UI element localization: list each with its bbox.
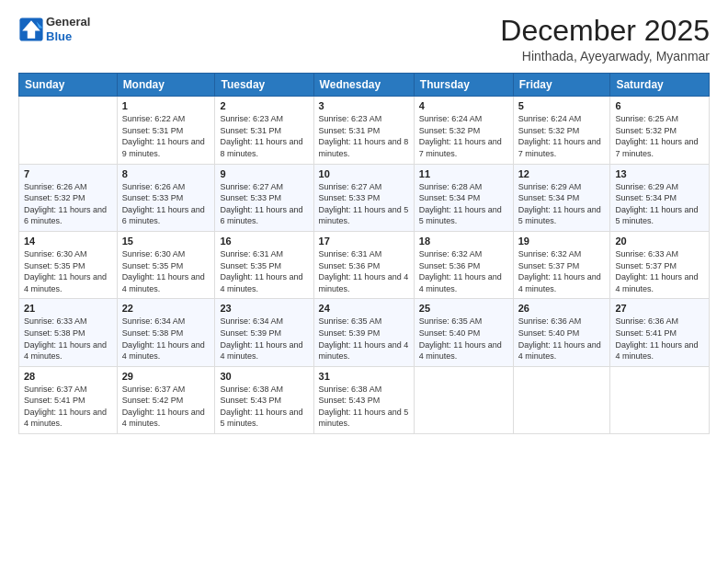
day-cell: 13Sunrise: 6:29 AMSunset: 5:34 PMDayligh… — [610, 164, 710, 231]
day-number: 23 — [220, 303, 308, 314]
day-cell: 19Sunrise: 6:32 AMSunset: 5:37 PMDayligh… — [513, 231, 610, 298]
day-info: Sunrise: 6:38 AMSunset: 5:43 PMDaylight:… — [220, 384, 308, 430]
day-cell: 21Sunrise: 6:33 AMSunset: 5:38 PMDayligh… — [19, 299, 118, 366]
day-number: 7 — [24, 168, 112, 179]
day-number: 3 — [319, 100, 409, 111]
day-cell: 11Sunrise: 6:28 AMSunset: 5:34 PMDayligh… — [414, 164, 513, 231]
day-number: 2 — [220, 100, 308, 111]
day-cell: 8Sunrise: 6:26 AMSunset: 5:33 PMDaylight… — [117, 164, 215, 231]
day-number: 8 — [122, 168, 210, 179]
day-number: 11 — [419, 168, 508, 179]
day-info: Sunrise: 6:28 AMSunset: 5:34 PMDaylight:… — [419, 181, 508, 227]
day-number: 12 — [518, 168, 606, 179]
title-block: December 2025 Hinthada, Ayeyarwady, Myan… — [500, 15, 710, 63]
col-header-thursday: Thursday — [414, 74, 513, 97]
day-info: Sunrise: 6:33 AMSunset: 5:38 PMDaylight:… — [24, 316, 112, 362]
col-header-saturday: Saturday — [610, 74, 710, 97]
calendar: SundayMondayTuesdayWednesdayThursdayFrid… — [18, 73, 710, 434]
day-cell: 20Sunrise: 6:33 AMSunset: 5:37 PMDayligh… — [610, 231, 710, 298]
day-info: Sunrise: 6:26 AMSunset: 5:32 PMDaylight:… — [24, 181, 112, 227]
day-info: Sunrise: 6:22 AMSunset: 5:31 PMDaylight:… — [122, 113, 210, 159]
day-number: 30 — [220, 371, 308, 382]
day-number: 24 — [319, 303, 409, 314]
day-info: Sunrise: 6:31 AMSunset: 5:36 PMDaylight:… — [319, 248, 409, 294]
page: General Blue December 2025 Hinthada, Aye… — [0, 0, 728, 563]
day-number: 15 — [122, 236, 210, 247]
day-cell: 7Sunrise: 6:26 AMSunset: 5:32 PMDaylight… — [19, 164, 118, 231]
day-info: Sunrise: 6:30 AMSunset: 5:35 PMDaylight:… — [122, 248, 210, 294]
day-number: 16 — [220, 236, 308, 247]
day-info: Sunrise: 6:23 AMSunset: 5:31 PMDaylight:… — [220, 113, 308, 159]
day-cell: 18Sunrise: 6:32 AMSunset: 5:36 PMDayligh… — [414, 231, 513, 298]
day-cell: 6Sunrise: 6:25 AMSunset: 5:32 PMDaylight… — [610, 97, 710, 164]
day-cell: 14Sunrise: 6:30 AMSunset: 5:35 PMDayligh… — [19, 231, 118, 298]
day-info: Sunrise: 6:25 AMSunset: 5:32 PMDaylight:… — [615, 113, 704, 159]
week-row-2: 7Sunrise: 6:26 AMSunset: 5:32 PMDaylight… — [19, 164, 710, 231]
day-cell: 26Sunrise: 6:36 AMSunset: 5:40 PMDayligh… — [513, 299, 610, 366]
day-cell: 1Sunrise: 6:22 AMSunset: 5:31 PMDaylight… — [117, 97, 215, 164]
day-info: Sunrise: 6:24 AMSunset: 5:32 PMDaylight:… — [518, 113, 606, 159]
day-cell: 25Sunrise: 6:35 AMSunset: 5:40 PMDayligh… — [414, 299, 513, 366]
week-row-3: 14Sunrise: 6:30 AMSunset: 5:35 PMDayligh… — [19, 231, 710, 298]
logo-line1: General — [46, 15, 90, 29]
day-info: Sunrise: 6:31 AMSunset: 5:35 PMDaylight:… — [220, 248, 308, 294]
day-info: Sunrise: 6:36 AMSunset: 5:40 PMDaylight:… — [518, 316, 606, 362]
day-cell: 30Sunrise: 6:38 AMSunset: 5:43 PMDayligh… — [215, 366, 313, 433]
col-header-sunday: Sunday — [19, 74, 118, 97]
day-info: Sunrise: 6:30 AMSunset: 5:35 PMDaylight:… — [24, 248, 112, 294]
day-info: Sunrise: 6:38 AMSunset: 5:43 PMDaylight:… — [319, 384, 409, 430]
day-number: 6 — [615, 100, 704, 111]
logo-text: General Blue — [46, 15, 90, 43]
day-cell: 24Sunrise: 6:35 AMSunset: 5:39 PMDayligh… — [313, 299, 414, 366]
day-cell — [610, 366, 710, 433]
day-number: 14 — [24, 236, 112, 247]
header: General Blue December 2025 Hinthada, Aye… — [18, 15, 710, 63]
day-number: 10 — [319, 168, 409, 179]
week-row-4: 21Sunrise: 6:33 AMSunset: 5:38 PMDayligh… — [19, 299, 710, 366]
header-row: SundayMondayTuesdayWednesdayThursdayFrid… — [19, 74, 710, 97]
day-number: 28 — [24, 371, 112, 382]
day-info: Sunrise: 6:29 AMSunset: 5:34 PMDaylight:… — [615, 181, 704, 227]
subtitle: Hinthada, Ayeyarwady, Myanmar — [500, 49, 710, 63]
logo: General Blue — [18, 15, 90, 43]
day-info: Sunrise: 6:37 AMSunset: 5:42 PMDaylight:… — [122, 384, 210, 430]
logo-line2: Blue — [46, 29, 90, 44]
day-cell — [414, 366, 513, 433]
day-cell: 2Sunrise: 6:23 AMSunset: 5:31 PMDaylight… — [215, 97, 313, 164]
day-cell — [513, 366, 610, 433]
day-number: 9 — [220, 168, 308, 179]
day-number: 18 — [419, 236, 508, 247]
day-info: Sunrise: 6:35 AMSunset: 5:40 PMDaylight:… — [419, 316, 508, 362]
day-number: 25 — [419, 303, 508, 314]
day-number: 21 — [24, 303, 112, 314]
day-number: 4 — [419, 100, 508, 111]
col-header-friday: Friday — [513, 74, 610, 97]
day-cell: 3Sunrise: 6:23 AMSunset: 5:31 PMDaylight… — [313, 97, 414, 164]
day-info: Sunrise: 6:23 AMSunset: 5:31 PMDaylight:… — [319, 113, 409, 159]
day-cell: 28Sunrise: 6:37 AMSunset: 5:41 PMDayligh… — [19, 366, 118, 433]
day-info: Sunrise: 6:33 AMSunset: 5:37 PMDaylight:… — [615, 248, 704, 294]
day-cell: 12Sunrise: 6:29 AMSunset: 5:34 PMDayligh… — [513, 164, 610, 231]
day-number: 26 — [518, 303, 606, 314]
day-cell: 4Sunrise: 6:24 AMSunset: 5:32 PMDaylight… — [414, 97, 513, 164]
day-cell: 10Sunrise: 6:27 AMSunset: 5:33 PMDayligh… — [313, 164, 414, 231]
day-cell: 15Sunrise: 6:30 AMSunset: 5:35 PMDayligh… — [117, 231, 215, 298]
day-cell: 27Sunrise: 6:36 AMSunset: 5:41 PMDayligh… — [610, 299, 710, 366]
day-number: 5 — [518, 100, 606, 111]
day-info: Sunrise: 6:34 AMSunset: 5:38 PMDaylight:… — [122, 316, 210, 362]
day-cell: 17Sunrise: 6:31 AMSunset: 5:36 PMDayligh… — [313, 231, 414, 298]
day-number: 31 — [319, 371, 409, 382]
day-info: Sunrise: 6:32 AMSunset: 5:37 PMDaylight:… — [518, 248, 606, 294]
day-number: 22 — [122, 303, 210, 314]
day-number: 29 — [122, 371, 210, 382]
logo-icon — [18, 17, 44, 42]
day-info: Sunrise: 6:29 AMSunset: 5:34 PMDaylight:… — [518, 181, 606, 227]
day-info: Sunrise: 6:32 AMSunset: 5:36 PMDaylight:… — [419, 248, 508, 294]
main-title: December 2025 — [500, 15, 710, 47]
day-cell: 31Sunrise: 6:38 AMSunset: 5:43 PMDayligh… — [313, 366, 414, 433]
col-header-tuesday: Tuesday — [215, 74, 313, 97]
week-row-1: 1Sunrise: 6:22 AMSunset: 5:31 PMDaylight… — [19, 97, 710, 164]
day-cell — [19, 97, 118, 164]
day-cell: 16Sunrise: 6:31 AMSunset: 5:35 PMDayligh… — [215, 231, 313, 298]
day-info: Sunrise: 6:24 AMSunset: 5:32 PMDaylight:… — [419, 113, 508, 159]
